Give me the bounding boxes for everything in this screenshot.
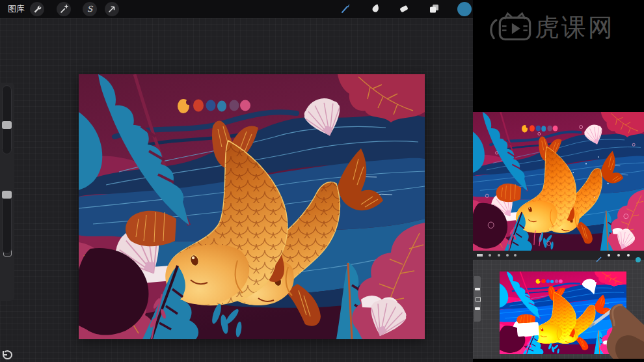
watermark-text: 虎课网 (535, 11, 615, 44)
color-swatch-button[interactable] (457, 2, 472, 19)
mini-modify-button (476, 297, 481, 302)
eraser-icon (398, 3, 410, 14)
selection-s-icon: S (85, 4, 95, 14)
video-feed (473, 251, 644, 362)
svg-text:S: S (87, 4, 94, 14)
erase-tool-button[interactable] (397, 2, 410, 15)
procreate-tutorial-screenshot: { "toolbar": { "gallery_label": "图库", "l… (0, 0, 644, 362)
reference-artwork-preview (473, 112, 644, 251)
opacity-slider[interactable] (2, 190, 12, 254)
video-mini-sidebar (474, 276, 481, 322)
mini-brush-icon (596, 253, 602, 265)
mini-smudge-icon (608, 254, 610, 257)
layers-icon (428, 3, 440, 14)
transform-button[interactable] (105, 2, 119, 16)
paint-tool-button[interactable] (339, 2, 352, 15)
watermark: 虎课网 (487, 10, 640, 44)
mini-transform-icon (514, 254, 517, 257)
magic-wand-icon (59, 4, 69, 14)
huke-cat-logo-icon (487, 10, 535, 44)
mini-size-handle (475, 288, 480, 290)
mini-color-swatch (636, 253, 641, 265)
drawing-canvas[interactable] (79, 74, 425, 339)
active-color-circle (457, 2, 472, 16)
transform-arrow-icon (107, 4, 117, 14)
mini-selection-icon (506, 254, 509, 257)
actions-button[interactable] (30, 2, 44, 16)
mini-gallery-icon (477, 254, 483, 257)
koi-artwork (79, 74, 425, 339)
mini-wand-icon (498, 254, 500, 257)
layers-button[interactable] (427, 2, 440, 15)
brush-size-slider[interactable] (2, 85, 12, 154)
mini-eraser-icon (617, 254, 620, 257)
smudge-tool-button[interactable] (369, 2, 382, 15)
smudge-icon (369, 3, 381, 14)
adjustments-button[interactable] (57, 2, 71, 16)
mini-layers-icon (627, 254, 630, 257)
mini-wrench-icon (489, 254, 491, 257)
mini-opacity-handle (475, 307, 480, 310)
undo-button[interactable] (1, 350, 13, 362)
undo-icon (1, 350, 13, 360)
main-toolbar: 图库 S (0, 0, 473, 18)
side-toolbar (0, 83, 14, 301)
wrench-icon (32, 4, 42, 14)
opacity-handle[interactable] (2, 191, 12, 199)
brush-size-handle[interactable] (2, 121, 12, 129)
selection-button[interactable]: S (83, 2, 97, 16)
video-letterbox-bar (473, 359, 644, 362)
gallery-button[interactable]: 图库 (8, 4, 25, 14)
artist-hand (589, 300, 644, 362)
brush-icon (340, 3, 351, 14)
video-mini-toolbar (473, 251, 644, 260)
